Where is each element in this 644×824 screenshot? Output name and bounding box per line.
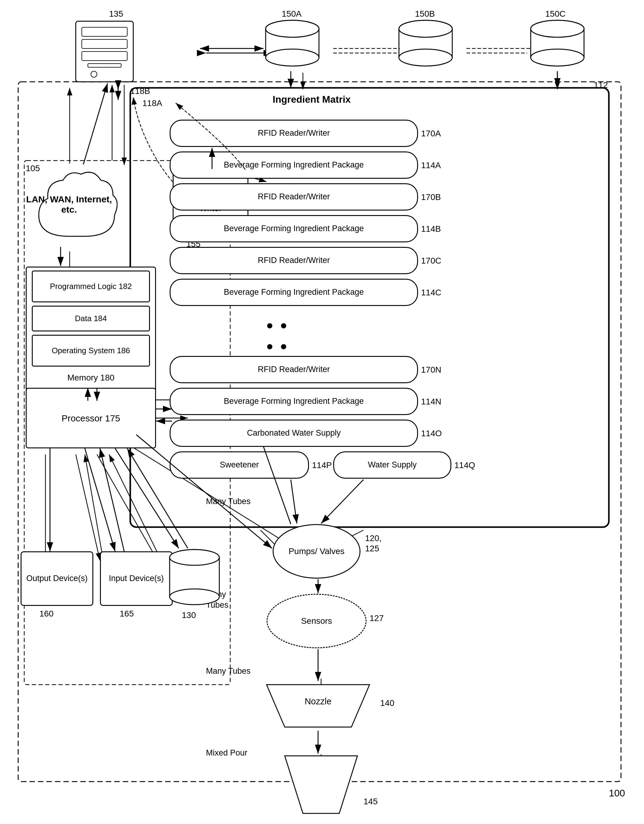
ingredient-matrix-label: Ingredient Matrix — [273, 94, 351, 105]
ref-165: 165 — [120, 609, 134, 619]
ref-127: 127 — [370, 613, 384, 623]
patent-diagram: 135 150A 150B 150C — [0, 0, 644, 824]
svg-rect-34 — [82, 39, 127, 48]
ref-114c: 114C — [421, 288, 441, 297]
os-box: Operating System 186 — [32, 335, 150, 367]
ref-130: 130 — [182, 610, 196, 620]
lan-wan-text: LAN, WAN, Internet, etc. — [21, 194, 118, 215]
svg-marker-57 — [285, 756, 357, 813]
svg-point-55 — [531, 20, 584, 37]
memory-label: Memory 180 — [67, 372, 115, 383]
computer-system-box: Programmed Logic 182 Data 184 Operating … — [26, 267, 156, 400]
programmed-logic-box: Programmed Logic 182 — [32, 271, 150, 302]
many-tubes-label-3: Many Tubes — [206, 666, 251, 676]
data-box: Data 184 — [32, 306, 150, 331]
ref-150b: 150B — [415, 9, 435, 19]
svg-rect-36 — [88, 64, 121, 67]
rfid-170c: RFID Reader/Writer — [170, 247, 418, 274]
svg-line-19 — [76, 454, 100, 560]
pumps-valves-box: Pumps/ Valves — [273, 524, 360, 579]
svg-line-81 — [85, 448, 115, 551]
lan-wan-cloud: LAN, WAN, Internet, etc. — [21, 164, 118, 245]
storage-130 — [168, 548, 221, 607]
ref-150a: 150A — [282, 9, 301, 19]
ref-170n: 170N — [421, 365, 441, 375]
ref-114p: 114P — [312, 460, 332, 470]
server-computer — [70, 18, 139, 85]
rfid-170b: RFID Reader/Writer — [170, 183, 418, 211]
ref-114b: 114B — [421, 224, 441, 234]
svg-line-86 — [291, 480, 297, 523]
db-150b — [397, 20, 454, 68]
svg-point-48 — [399, 49, 452, 66]
svg-rect-35 — [82, 51, 127, 61]
svg-line-20 — [97, 454, 158, 560]
bfip-114a: Beverage Forming Ingredient Package — [170, 151, 418, 179]
svg-point-37 — [91, 71, 97, 77]
svg-point-54 — [531, 49, 584, 66]
bfip-114c: Beverage Forming Ingredient Package — [170, 279, 418, 306]
svg-point-49 — [399, 20, 452, 37]
ref-135: 135 — [109, 9, 123, 19]
ref-114o: 114O — [421, 429, 442, 438]
ref-170a: 170A — [421, 129, 441, 138]
water-supply-box: Water Supply — [333, 451, 451, 479]
input-devices-box: Input Device(s) — [100, 551, 173, 606]
svg-line-73 — [83, 83, 108, 164]
ref-112: 112 — [594, 80, 608, 90]
svg-line-22 — [109, 454, 161, 559]
ref-114q: 114Q — [454, 460, 475, 470]
ref-114a: 114A — [421, 161, 441, 170]
ref-118b: 118B — [130, 86, 150, 96]
svg-line-82 — [100, 448, 124, 551]
ref-145: 145 — [363, 797, 378, 806]
ref-170c: 170C — [421, 256, 441, 266]
output-devices-box: Output Device(s) — [21, 551, 93, 606]
svg-point-43 — [266, 20, 319, 37]
ref-170b: 170B — [421, 192, 441, 202]
svg-point-62 — [170, 589, 219, 605]
svg-line-87 — [321, 480, 363, 523]
svg-point-63 — [170, 550, 219, 565]
ref-114n: 114N — [421, 397, 441, 407]
svg-point-42 — [266, 49, 319, 66]
rfid-170n: RFID Reader/Writer — [170, 356, 418, 383]
ref-100: 100 — [609, 788, 625, 799]
mixed-pour-label: Mixed Pour — [206, 748, 247, 758]
svg-line-21 — [85, 454, 103, 559]
processor-box: Processor 175 — [26, 388, 156, 448]
ref-140: 140 — [380, 698, 394, 708]
sensors-box: Sensors — [267, 594, 367, 648]
cup-shape — [267, 754, 376, 815]
ref-105: 105 — [26, 164, 40, 173]
nozzle-box: Nozzle — [261, 682, 376, 730]
sweetener-box: Sweetener — [170, 451, 309, 479]
ref-120-125: 120, 125 — [365, 533, 382, 553]
ref-118a: 118A — [142, 98, 162, 108]
ref-150c: 150C — [545, 9, 566, 19]
carbonated-water-supply: Carbonated Water Supply — [170, 420, 418, 447]
many-tubes-label-1: Many Tubes — [206, 497, 251, 506]
db-150c — [529, 20, 586, 68]
ref-160: 160 — [39, 609, 54, 619]
svg-line-83 — [115, 448, 179, 548]
bfip-114n: Beverage Forming Ingredient Package — [170, 388, 418, 415]
db-150a — [264, 20, 321, 68]
bfip-114b: Beverage Forming Ingredient Package — [170, 215, 418, 242]
rfid-170a: RFID Reader/Writer — [170, 120, 418, 147]
svg-rect-33 — [82, 27, 127, 36]
